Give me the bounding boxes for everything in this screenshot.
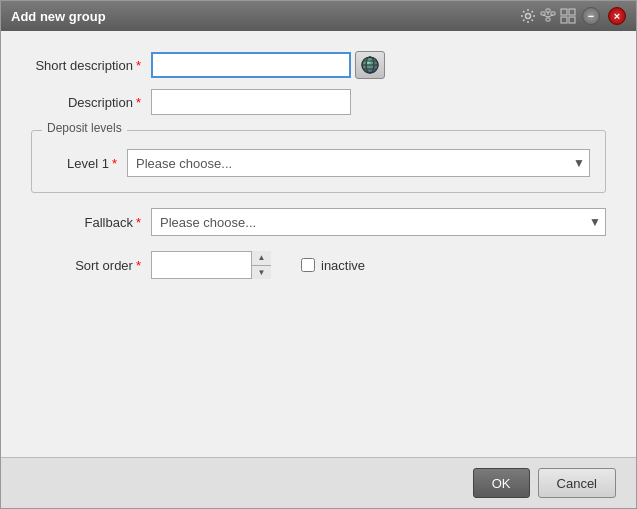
short-description-input[interactable] bbox=[151, 52, 351, 78]
description-row: Description* bbox=[31, 89, 606, 115]
sort-order-spinner-wrapper: ▲ ▼ bbox=[151, 251, 271, 279]
spinner-up-button[interactable]: ▲ bbox=[252, 251, 271, 266]
dialog: Add new group bbox=[0, 0, 637, 509]
dialog-footer: OK Cancel bbox=[1, 457, 636, 508]
globe-button[interactable] bbox=[355, 51, 385, 79]
minimize-button[interactable]: − bbox=[582, 7, 600, 25]
level1-label: Level 1* bbox=[47, 156, 127, 171]
level1-select[interactable]: Please choose... bbox=[127, 149, 590, 177]
grid-icon[interactable] bbox=[560, 8, 576, 24]
inactive-checkbox[interactable] bbox=[301, 258, 315, 272]
svg-rect-8 bbox=[561, 9, 567, 15]
svg-rect-10 bbox=[561, 17, 567, 23]
svg-rect-3 bbox=[551, 12, 555, 15]
ok-button[interactable]: OK bbox=[473, 468, 530, 498]
deposit-levels-legend: Deposit levels bbox=[42, 121, 127, 135]
level1-row: Level 1* Please choose... ▼ bbox=[47, 149, 590, 177]
svg-rect-9 bbox=[569, 9, 575, 15]
globe-icon bbox=[360, 55, 380, 75]
deposit-levels-fieldset: Deposit levels Level 1* Please choose...… bbox=[31, 130, 606, 193]
svg-point-0 bbox=[526, 14, 531, 19]
level1-select-wrapper: Please choose... ▼ bbox=[127, 149, 590, 177]
desc-required: * bbox=[136, 95, 141, 110]
minimize-icon: − bbox=[588, 10, 594, 22]
title-bar-left: Add new group bbox=[11, 9, 106, 24]
fallback-select[interactable]: Please choose... bbox=[151, 208, 606, 236]
svg-line-7 bbox=[548, 15, 553, 17]
fallback-required: * bbox=[136, 215, 141, 230]
short-description-label: Short description* bbox=[31, 58, 151, 73]
sort-order-row: Sort order* ▲ ▼ inactive bbox=[31, 251, 606, 279]
svg-line-6 bbox=[543, 15, 548, 17]
title-bar-controls: − × bbox=[520, 7, 626, 25]
settings-icon[interactable] bbox=[520, 8, 536, 24]
spinner-buttons: ▲ ▼ bbox=[251, 251, 271, 279]
fallback-select-wrapper: Please choose... ▼ bbox=[151, 208, 606, 236]
svg-rect-1 bbox=[541, 12, 545, 15]
dialog-content: Short description* bbox=[1, 31, 636, 457]
short-desc-required: * bbox=[136, 58, 141, 73]
sort-required: * bbox=[136, 258, 141, 273]
svg-rect-2 bbox=[546, 9, 550, 12]
svg-rect-11 bbox=[569, 17, 575, 23]
description-input[interactable] bbox=[151, 89, 351, 115]
title-bar: Add new group bbox=[1, 1, 636, 31]
description-label: Description* bbox=[31, 95, 151, 110]
fallback-row: Fallback* Please choose... ▼ bbox=[31, 208, 606, 236]
svg-rect-4 bbox=[546, 18, 550, 21]
spinner-down-button[interactable]: ▼ bbox=[252, 266, 271, 280]
dialog-title: Add new group bbox=[11, 9, 106, 24]
sort-order-label: Sort order* bbox=[31, 258, 151, 273]
fallback-label: Fallback* bbox=[31, 215, 151, 230]
inactive-wrapper: inactive bbox=[301, 258, 365, 273]
inactive-label: inactive bbox=[321, 258, 365, 273]
close-button[interactable]: × bbox=[608, 7, 626, 25]
network-icon[interactable] bbox=[540, 8, 556, 24]
short-description-row: Short description* bbox=[31, 51, 606, 79]
close-icon: × bbox=[614, 10, 620, 22]
cancel-button[interactable]: Cancel bbox=[538, 468, 616, 498]
level1-required: * bbox=[112, 156, 117, 171]
